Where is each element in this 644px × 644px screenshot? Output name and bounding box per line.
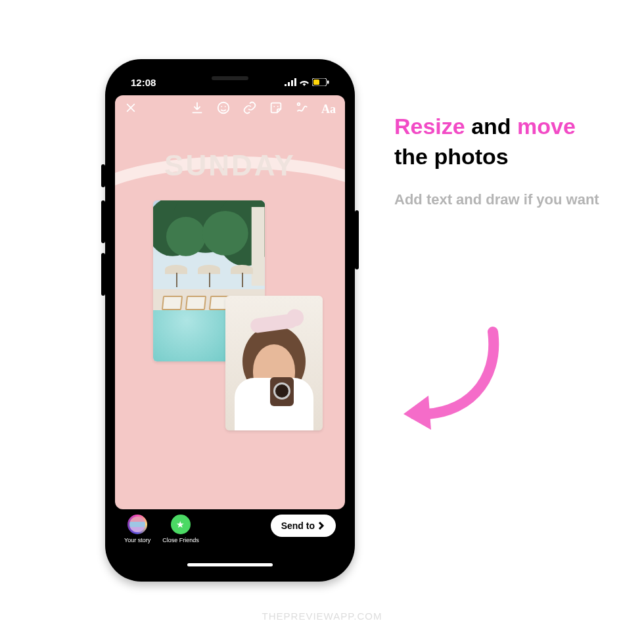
face-effects-icon: [216, 101, 231, 115]
battery-icon: [312, 78, 329, 86]
svg-point-12: [166, 217, 206, 256]
watermark: THEPREVIEWAPP.COM: [0, 610, 644, 622]
close-friends-icon: [171, 515, 191, 534]
phone-volume-up: [101, 200, 105, 243]
sticker-icon: [269, 101, 283, 115]
instruction-subtext: Add text and draw if you want: [394, 189, 611, 210]
close-friends-button[interactable]: Close Friends: [162, 515, 199, 543]
send-to-label: Send to: [281, 520, 315, 531]
story-toolbar: Aa: [115, 101, 345, 118]
story-photo-2[interactable]: [225, 296, 323, 430]
svg-rect-1: [313, 80, 319, 85]
send-to-button[interactable]: Send to: [271, 515, 336, 537]
status-time: 12:08: [131, 77, 156, 88]
download-icon: [190, 101, 204, 115]
your-story-label: Your story: [124, 537, 150, 543]
svg-rect-2: [327, 81, 329, 84]
headline-word-photos: photos: [434, 144, 508, 169]
arrow-annotation: [394, 322, 513, 440]
svg-point-13: [202, 211, 248, 256]
text-button[interactable]: Aa: [321, 103, 336, 116]
phone-side-button: [101, 164, 105, 187]
link-button[interactable]: [242, 101, 257, 118]
phone-volume-down: [101, 253, 105, 296]
phone-notch: [174, 69, 286, 87]
your-story-icon: [127, 515, 147, 534]
chevron-right-icon: [317, 522, 325, 530]
photo1-umbrella: [165, 265, 187, 287]
photo1-umbrella: [198, 265, 220, 287]
phone-speaker: [212, 76, 248, 80]
link-icon: [242, 101, 257, 115]
headline-word-resize: Resize: [394, 114, 465, 139]
svg-point-3: [218, 103, 229, 114]
close-icon: [124, 101, 137, 114]
headline-word-the: the: [394, 144, 428, 169]
photo1-chair: [162, 296, 182, 310]
svg-point-5: [225, 106, 226, 107]
draw-button[interactable]: [295, 101, 310, 118]
svg-rect-14: [252, 207, 265, 286]
status-indicators: [285, 78, 329, 86]
svg-point-4: [221, 106, 222, 107]
instruction-text: Resize and move the photos Add text and …: [394, 112, 611, 210]
effects-button[interactable]: [216, 101, 231, 118]
photo1-chair: [186, 296, 206, 310]
close-friends-label: Close Friends: [162, 537, 199, 543]
headline-word-move: move: [517, 114, 576, 139]
svg-point-7: [277, 106, 279, 107]
draw-icon: [295, 101, 310, 115]
story-share-bar: Your story Close Friends Send to: [115, 509, 345, 572]
headline-word-and: and: [471, 114, 511, 139]
photo1-umbrella: [231, 265, 253, 287]
download-button[interactable]: [190, 101, 204, 118]
wifi-icon: [299, 78, 310, 86]
signal-icon: [285, 78, 296, 86]
svg-point-8: [298, 103, 300, 106]
story-heading[interactable]: SUNDAY: [115, 149, 345, 182]
instruction-headline: Resize and move the photos: [394, 112, 611, 172]
your-story-button[interactable]: Your story: [124, 515, 150, 543]
phone-screen: 12:08: [115, 69, 345, 572]
home-indicator: [187, 563, 273, 566]
photo2-camera: [270, 377, 294, 406]
phone-mockup: 12:08: [105, 59, 355, 582]
sticker-button[interactable]: [269, 101, 283, 118]
close-button[interactable]: [124, 101, 137, 117]
story-canvas[interactable]: Aa SUNDAY: [115, 95, 345, 509]
svg-point-6: [273, 106, 275, 107]
